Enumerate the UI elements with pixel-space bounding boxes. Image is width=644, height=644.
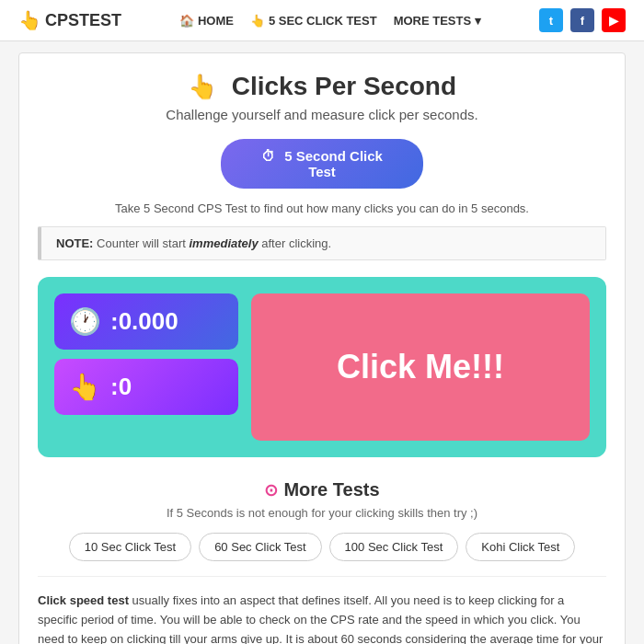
note-immediately: immediately (190, 236, 259, 250)
timer-display: :0.000 (110, 307, 178, 336)
click-area: 🕐 :0.000 👆 :0 Click Me!!! (38, 277, 606, 457)
chevron-down-icon: ▾ (475, 14, 481, 28)
article-text: Click speed test usually fixes into an a… (38, 592, 606, 644)
test-description: Take 5 Second CPS Test to find out how m… (38, 201, 606, 215)
main-content: 👆 Clicks Per Second Challenge yourself a… (18, 52, 626, 644)
click-me-button[interactable]: Click Me!!! (251, 293, 590, 441)
logo-text: CPSTEST (45, 11, 121, 30)
timer-icon: ⏱ (261, 148, 275, 164)
click-icon: 👆 (250, 14, 265, 28)
test-10sec-label: 10 Sec Click Test (85, 540, 176, 554)
test-kohi-label: Kohi Click Test (481, 540, 559, 554)
click-count-panel: 👆 :0 (54, 359, 238, 415)
twitter-icon[interactable]: t (539, 8, 563, 32)
page-title: 👆 Clicks Per Second (38, 72, 606, 101)
nav-click-test[interactable]: 👆 5 SEC CLICK TEST (250, 14, 377, 28)
clock-icon: 🕐 (69, 306, 101, 337)
home-icon: 🏠 (179, 14, 194, 28)
logo-icon: 👆 (18, 9, 41, 31)
logo[interactable]: 👆 CPSTEST (18, 9, 121, 31)
youtube-icon[interactable]: ▶ (602, 8, 626, 32)
nav-more-tests-label: MORE TESTS (394, 14, 472, 28)
divider (38, 576, 606, 577)
left-panels: 🕐 :0.000 👆 :0 (54, 293, 238, 441)
test-60sec-label: 60 Sec Click Test (214, 540, 305, 554)
test-kohi[interactable]: Kohi Click Test (466, 533, 575, 561)
nav-home[interactable]: 🏠 HOME (179, 14, 234, 28)
nav-links: 🏠 HOME 👆 5 SEC CLICK TEST MORE TESTS ▾ (179, 14, 481, 28)
nav-home-label: HOME (198, 14, 234, 28)
click-count-display: :0 (110, 373, 132, 401)
cta-button[interactable]: ⏱ 5 Second Click Test (221, 139, 423, 189)
note-suffix: after clicking. (261, 236, 331, 250)
click-me-label: Click Me!!! (337, 348, 504, 386)
test-10sec[interactable]: 10 Sec Click Test (69, 533, 191, 561)
title-hand-icon: 👆 (188, 73, 217, 100)
nav-click-test-label: 5 SEC CLICK TEST (269, 14, 377, 28)
test-100sec-label: 100 Sec Click Test (345, 540, 443, 554)
more-tests-subtitle: If 5 Seconds is not enough for your clic… (38, 506, 606, 520)
test-buttons: 10 Sec Click Test 60 Sec Click Test 100 … (38, 533, 606, 561)
note-text: Counter will start (97, 236, 189, 250)
more-tests-title: ⊙ More Tests (38, 479, 606, 500)
nav-social: t f ▶ (539, 8, 626, 32)
page-subtitle: Challenge yourself and measure click per… (38, 107, 606, 122)
more-tests-heading: More Tests (283, 479, 379, 500)
navbar: 👆 CPSTEST 🏠 HOME 👆 5 SEC CLICK TEST MORE… (0, 0, 644, 41)
article-para-1: Click speed test usually fixes into an a… (38, 592, 606, 644)
cta-button-label: 5 Second Click Test (284, 148, 383, 179)
hand-click-icon: 👆 (69, 372, 101, 402)
note-label: NOTE: (56, 236, 93, 250)
timer-panel: 🕐 :0.000 (54, 293, 238, 350)
note-box: NOTE: Counter will start immediately aft… (38, 226, 606, 260)
more-tests-section: ⊙ More Tests If 5 Seconds is not enough … (38, 479, 606, 561)
more-tests-icon: ⊙ (264, 480, 278, 500)
test-100sec[interactable]: 100 Sec Click Test (329, 533, 459, 561)
test-60sec[interactable]: 60 Sec Click Test (199, 533, 321, 561)
facebook-icon[interactable]: f (570, 8, 594, 32)
nav-more-tests[interactable]: MORE TESTS ▾ (394, 14, 482, 28)
